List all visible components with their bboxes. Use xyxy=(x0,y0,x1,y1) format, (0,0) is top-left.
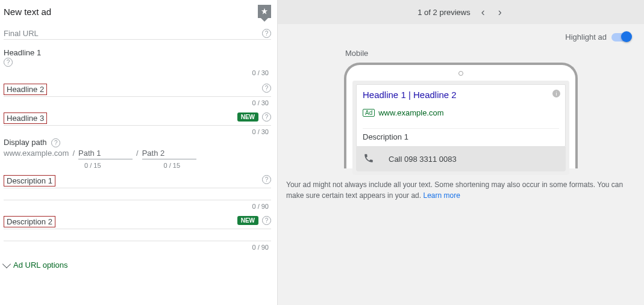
headline2-label: Headline 2 xyxy=(4,84,47,95)
display-path-label: Display path xyxy=(4,138,47,147)
headline1-label: Headline 1 xyxy=(4,48,41,57)
description1-label: Description 1 xyxy=(4,175,55,186)
help-icon[interactable]: ? xyxy=(262,84,271,93)
phone-icon xyxy=(363,153,374,165)
ad-tag: Ad xyxy=(363,109,375,117)
display-path-base: www.example.com xyxy=(4,149,69,158)
help-icon[interactable]: ? xyxy=(262,175,271,184)
mobile-label: Mobile xyxy=(344,45,578,63)
help-icon[interactable]: ? xyxy=(262,112,271,122)
recommend-icon[interactable] xyxy=(258,5,271,18)
preview-panel: 1 of 2 previews ‹ › Highlight ad Mobile … xyxy=(277,0,644,305)
phone-frame: i Headline 1 | Headline 2 Ad www.example… xyxy=(344,63,578,168)
ad-url-options-toggle[interactable]: Ad URL options xyxy=(4,253,271,277)
path2-input[interactable]: Path 2 xyxy=(142,149,196,159)
final-url-label: Final URL xyxy=(4,29,39,38)
call-extension[interactable]: Call 098 3311 0083 xyxy=(356,147,566,171)
help-icon[interactable]: ? xyxy=(262,29,271,38)
preview-counter: 1 of 2 previews xyxy=(417,8,470,17)
headline3-counter: 0 / 30 xyxy=(4,126,271,138)
description2-field[interactable]: Description 2 NEW ? xyxy=(4,212,271,229)
path2-counter: 0 / 15 xyxy=(164,159,183,171)
ad-headline: Headline 1 | Headline 2 xyxy=(363,90,559,100)
info-icon[interactable]: i xyxy=(552,90,560,97)
help-icon[interactable]: ? xyxy=(262,216,271,225)
help-icon[interactable]: ? xyxy=(51,138,60,147)
description2-label: Description 2 xyxy=(4,216,55,227)
editor-panel: New text ad Final URL ? Headline 1 ? 0 /… xyxy=(0,0,277,305)
help-icon[interactable]: ? xyxy=(4,58,13,67)
next-preview-button[interactable]: › xyxy=(496,6,504,19)
page-title: New text ad xyxy=(4,7,51,17)
learn-more-link[interactable]: Learn more xyxy=(423,191,460,200)
ad-description: Description 1 xyxy=(363,129,559,141)
ad-display-url: www.example.com xyxy=(378,101,443,125)
highlight-label: Highlight ad xyxy=(565,32,607,42)
highlight-toggle[interactable] xyxy=(611,33,631,42)
chevron-down-icon xyxy=(2,260,11,268)
call-text: Call 098 3311 0083 xyxy=(389,155,457,164)
phone-speaker-icon xyxy=(458,71,463,76)
path1-input[interactable]: Path 1 xyxy=(78,149,133,159)
ad-url-options-label: Ad URL options xyxy=(13,260,68,270)
final-url-field[interactable]: Final URL ? xyxy=(4,25,271,40)
new-badge: NEW xyxy=(237,112,258,122)
headline3-label: Headline 3 xyxy=(4,112,47,124)
preview-topbar: 1 of 2 previews ‹ › xyxy=(278,0,644,24)
description1-counter: 0 / 90 xyxy=(4,200,271,212)
headline2-counter: 0 / 30 xyxy=(4,97,271,109)
display-path-field[interactable]: Display path ? www.example.com / Path 1 … xyxy=(4,138,271,171)
headline1-counter: 0 / 30 xyxy=(4,67,271,79)
path1-counter: 0 / 15 xyxy=(84,159,104,171)
new-badge: NEW xyxy=(237,216,258,225)
headline3-field[interactable]: Headline 3 NEW ? xyxy=(4,109,271,126)
ad-preview-card: i Headline 1 | Headline 2 Ad www.example… xyxy=(352,81,569,175)
description1-field[interactable]: Description 1 ? xyxy=(4,171,271,188)
headline2-field[interactable]: Headline 2 ? xyxy=(4,80,271,97)
prev-preview-button[interactable]: ‹ xyxy=(479,6,487,19)
description2-counter: 0 / 90 xyxy=(4,241,271,253)
